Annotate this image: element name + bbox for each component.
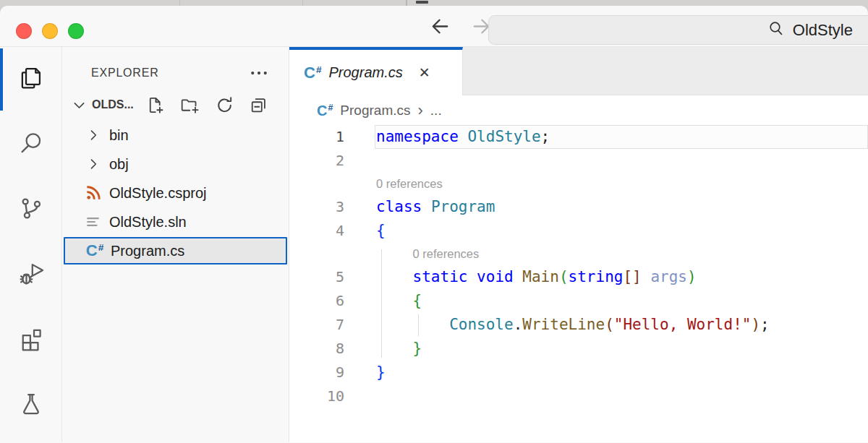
line-number: 6 — [289, 289, 344, 313]
workspace-name: OLDS... — [92, 98, 134, 111]
history-navigation — [428, 6, 493, 47]
debug-play-bug-icon — [17, 259, 45, 290]
search-icon — [767, 20, 786, 41]
code-text: { — [344, 289, 422, 313]
files-icon — [18, 65, 44, 94]
code-text — [344, 149, 376, 173]
code-text: } — [344, 337, 422, 361]
csharp-file-icon: C# — [317, 103, 333, 118]
activity-testing-button[interactable] — [0, 372, 61, 437]
workspace-section-header[interactable]: OLDS... — [62, 90, 289, 119]
desktop-background-strip — [0, 0, 868, 6]
code-line-9: 9} — [289, 361, 868, 384]
code-line-10: 10 — [289, 384, 868, 408]
activity-bar — [0, 47, 62, 442]
maximize-window-button[interactable] — [68, 23, 84, 39]
code-line-8: 8 } — [289, 337, 868, 361]
new-folder-icon[interactable] — [179, 95, 200, 115]
background-tab-edge — [179, 0, 180, 6]
back-arrow-icon[interactable] — [428, 14, 452, 38]
chevron-down-icon — [72, 98, 87, 113]
csharp-icon: C# — [82, 243, 107, 259]
git-branch-icon — [18, 195, 44, 224]
line-number: 3 — [289, 195, 344, 219]
editor-group: C# Program.cs ✕ C# Program.cs › ... 1nam… — [289, 47, 868, 442]
background-window-seam — [406, 0, 407, 6]
code-lines: 1namespace OldStyle;20 references3class … — [289, 125, 868, 408]
activity-search-button[interactable] — [0, 112, 61, 177]
activity-extensions-button[interactable] — [0, 307, 61, 372]
refresh-icon[interactable] — [215, 95, 234, 115]
command-center-search[interactable]: OldStyle — [488, 15, 868, 45]
code-text — [344, 384, 376, 408]
title-bar: OldStyle — [0, 6, 868, 47]
code-line-3: 3class Program — [289, 195, 868, 219]
breadcrumb-file[interactable]: Program.cs — [340, 103, 410, 119]
minimize-window-button[interactable] — [42, 23, 58, 39]
code-line-4: 4{ — [289, 219, 868, 243]
close-window-button[interactable] — [16, 23, 32, 39]
code-text: static void Main(string[] args) — [344, 265, 697, 289]
line-number: 4 — [289, 219, 344, 243]
code-line-6: 6 { — [289, 289, 868, 313]
collapse-all-icon[interactable] — [249, 95, 268, 115]
more-actions-icon[interactable] — [248, 62, 270, 84]
line-number: 9 — [289, 361, 344, 384]
rss-icon — [81, 184, 106, 202]
code-text: Console.WriteLine("Hello, World!"); — [344, 313, 770, 337]
code-line-1: 1namespace OldStyle; — [289, 125, 868, 149]
activity-run-debug-button[interactable] — [0, 242, 61, 307]
background-window-control — [416, 1, 428, 4]
sidebar-header: EXPLORER — [62, 47, 289, 90]
explorer-sidebar: EXPLORER OLDS... binobjOldStyle.csprojOl… — [62, 47, 289, 442]
code-line-5: 5 static void Main(string[] args) — [289, 265, 868, 289]
extensions-blocks-icon — [18, 325, 44, 354]
tree-item-bin[interactable]: bin — [62, 121, 289, 150]
line-number: 7 — [289, 313, 344, 337]
traffic-lights — [16, 23, 84, 39]
code-line-7: 7 Console.WriteLine("Hello, World!"); — [289, 313, 868, 337]
tree-item-label: obj — [109, 156, 129, 173]
csharp-file-icon: C# — [304, 65, 321, 81]
breadcrumb-symbol[interactable]: ... — [430, 103, 442, 119]
beaker-flask-icon — [18, 390, 44, 419]
tree-item-label: OldStyle.sln — [109, 214, 187, 231]
tree-item-obj[interactable]: obj — [62, 150, 289, 179]
tree-item-program-cs[interactable]: C#Program.cs — [64, 237, 287, 264]
chevron-right-icon — [81, 128, 106, 142]
command-center-query: OldStyle — [793, 21, 853, 40]
line-number: 5 — [289, 265, 344, 289]
active-view-indicator — [0, 48, 3, 111]
code-line-2: 2 — [289, 149, 868, 173]
codelens-references[interactable]: 0 references — [344, 173, 443, 195]
code-editor[interactable]: 1namespace OldStyle;20 references3class … — [289, 125, 868, 442]
close-tab-icon[interactable]: ✕ — [419, 64, 430, 81]
section-actions — [145, 95, 268, 115]
background-tab-edge — [302, 0, 303, 6]
code-text: { — [344, 219, 386, 243]
codelens-row: 0 references — [289, 173, 868, 195]
breadcrumb: C# Program.cs › ... — [289, 95, 868, 125]
gutter-spacer — [289, 243, 344, 265]
tree-item-label: OldStyle.csproj — [109, 185, 207, 202]
breadcrumb-separator-icon: › — [418, 103, 423, 119]
codelens-references[interactable]: 0 references — [344, 243, 479, 265]
tree-item-oldstyle-sln[interactable]: OldStyle.sln — [62, 207, 289, 236]
file-tree: binobjOldStyle.csprojOldStyle.slnC#Progr… — [62, 121, 289, 265]
codelens-row: 0 references — [289, 243, 868, 265]
tree-item-label: Program.cs — [111, 243, 184, 259]
tab-label: Program.cs — [328, 64, 402, 81]
new-file-icon[interactable] — [145, 95, 165, 115]
activity-source-control-button[interactable] — [0, 177, 61, 242]
code-text: } — [344, 361, 386, 384]
magnifier-icon — [18, 130, 44, 159]
tree-item-oldstyle-csproj[interactable]: OldStyle.csproj — [62, 179, 289, 207]
activity-explorer-button[interactable] — [0, 47, 61, 112]
lines-icon — [81, 212, 106, 231]
line-number: 2 — [289, 149, 344, 173]
line-number: 8 — [289, 337, 344, 361]
code-text: class Program — [344, 195, 495, 219]
tree-item-label: bin — [109, 127, 129, 144]
line-number: 10 — [289, 384, 344, 408]
tab-program-cs[interactable]: C# Program.cs ✕ — [289, 47, 463, 95]
